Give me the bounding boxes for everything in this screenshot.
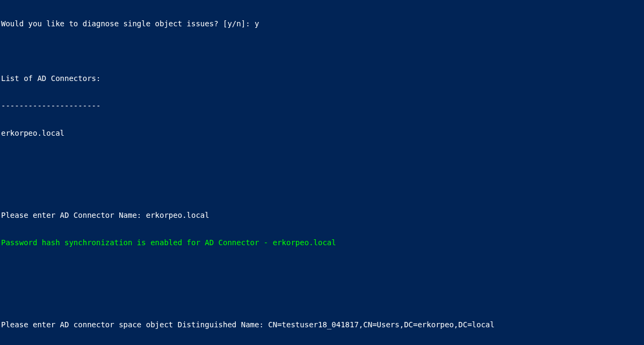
prompt-connector-name: Please enter AD Connector Name: erkorpeo… (1, 211, 643, 220)
msg-phs-enabled: Password hash synchronization is enabled… (1, 238, 643, 247)
powershell-terminal[interactable]: Would you like to diagnose single object… (0, 0, 644, 345)
connectors-title: List of AD Connectors: (1, 74, 643, 83)
connectors-rule: ---------------------- (1, 101, 643, 111)
prompt-dn: Please enter AD connector space object D… (1, 320, 643, 329)
connector-item: erkorpeo.local (1, 129, 643, 138)
prompt-diagnose: Would you like to diagnose single object… (1, 19, 643, 28)
